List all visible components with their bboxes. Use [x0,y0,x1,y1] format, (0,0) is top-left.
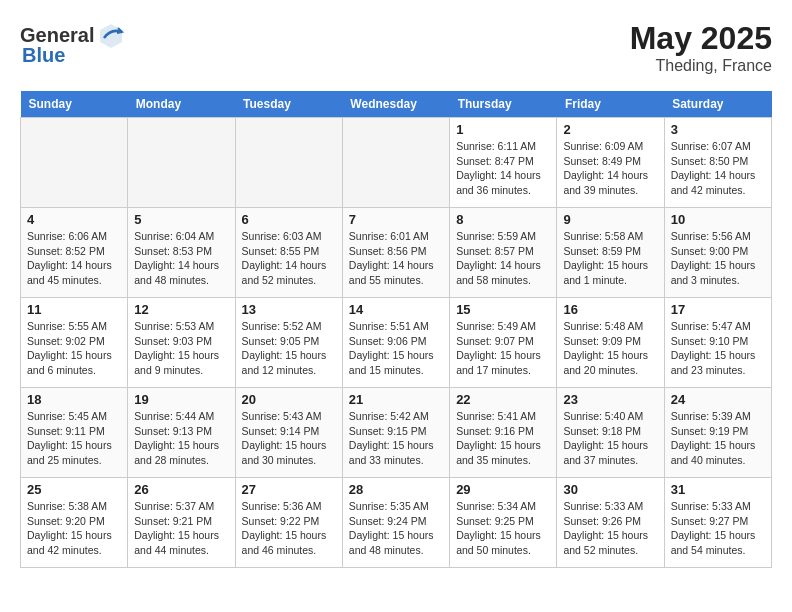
logo-blue: Blue [22,44,65,67]
calendar-cell: 23Sunrise: 5:40 AM Sunset: 9:18 PM Dayli… [557,388,664,478]
day-number: 21 [349,392,443,407]
location-title: Theding, France [630,57,772,75]
day-info: Sunrise: 5:33 AM Sunset: 9:27 PM Dayligh… [671,499,765,558]
day-number: 8 [456,212,550,227]
calendar-cell [21,118,128,208]
column-header-thursday: Thursday [450,91,557,118]
day-number: 18 [27,392,121,407]
calendar-cell [128,118,235,208]
day-number: 4 [27,212,121,227]
calendar-cell: 9Sunrise: 5:58 AM Sunset: 8:59 PM Daylig… [557,208,664,298]
calendar-cell: 16Sunrise: 5:48 AM Sunset: 9:09 PM Dayli… [557,298,664,388]
calendar-week-row: 18Sunrise: 5:45 AM Sunset: 9:11 PM Dayli… [21,388,772,478]
day-info: Sunrise: 5:36 AM Sunset: 9:22 PM Dayligh… [242,499,336,558]
day-info: Sunrise: 5:42 AM Sunset: 9:15 PM Dayligh… [349,409,443,468]
calendar-cell: 10Sunrise: 5:56 AM Sunset: 9:00 PM Dayli… [664,208,771,298]
calendar-week-row: 11Sunrise: 5:55 AM Sunset: 9:02 PM Dayli… [21,298,772,388]
day-info: Sunrise: 5:43 AM Sunset: 9:14 PM Dayligh… [242,409,336,468]
day-number: 17 [671,302,765,317]
day-number: 6 [242,212,336,227]
day-info: Sunrise: 5:40 AM Sunset: 9:18 PM Dayligh… [563,409,657,468]
day-info: Sunrise: 6:01 AM Sunset: 8:56 PM Dayligh… [349,229,443,288]
day-info: Sunrise: 5:52 AM Sunset: 9:05 PM Dayligh… [242,319,336,378]
day-info: Sunrise: 5:55 AM Sunset: 9:02 PM Dayligh… [27,319,121,378]
calendar-cell: 6Sunrise: 6:03 AM Sunset: 8:55 PM Daylig… [235,208,342,298]
calendar-cell: 7Sunrise: 6:01 AM Sunset: 8:56 PM Daylig… [342,208,449,298]
calendar-cell [235,118,342,208]
day-number: 31 [671,482,765,497]
logo-icon [96,20,126,50]
calendar-cell: 29Sunrise: 5:34 AM Sunset: 9:25 PM Dayli… [450,478,557,568]
column-header-wednesday: Wednesday [342,91,449,118]
day-number: 14 [349,302,443,317]
month-year-title: May 2025 [630,20,772,57]
day-number: 28 [349,482,443,497]
calendar-cell: 8Sunrise: 5:59 AM Sunset: 8:57 PM Daylig… [450,208,557,298]
calendar-cell: 21Sunrise: 5:42 AM Sunset: 9:15 PM Dayli… [342,388,449,478]
day-number: 30 [563,482,657,497]
column-header-sunday: Sunday [21,91,128,118]
day-info: Sunrise: 5:45 AM Sunset: 9:11 PM Dayligh… [27,409,121,468]
day-info: Sunrise: 5:34 AM Sunset: 9:25 PM Dayligh… [456,499,550,558]
day-info: Sunrise: 5:59 AM Sunset: 8:57 PM Dayligh… [456,229,550,288]
column-header-monday: Monday [128,91,235,118]
calendar-cell: 1Sunrise: 6:11 AM Sunset: 8:47 PM Daylig… [450,118,557,208]
day-number: 5 [134,212,228,227]
day-number: 7 [349,212,443,227]
page-header: General Blue May 2025 Theding, France [20,20,772,75]
calendar-cell: 13Sunrise: 5:52 AM Sunset: 9:05 PM Dayli… [235,298,342,388]
day-number: 2 [563,122,657,137]
day-info: Sunrise: 6:03 AM Sunset: 8:55 PM Dayligh… [242,229,336,288]
day-number: 27 [242,482,336,497]
column-header-tuesday: Tuesday [235,91,342,118]
day-number: 13 [242,302,336,317]
calendar-cell: 12Sunrise: 5:53 AM Sunset: 9:03 PM Dayli… [128,298,235,388]
day-number: 20 [242,392,336,407]
calendar-cell: 14Sunrise: 5:51 AM Sunset: 9:06 PM Dayli… [342,298,449,388]
calendar-cell: 5Sunrise: 6:04 AM Sunset: 8:53 PM Daylig… [128,208,235,298]
day-number: 16 [563,302,657,317]
day-number: 15 [456,302,550,317]
day-info: Sunrise: 5:41 AM Sunset: 9:16 PM Dayligh… [456,409,550,468]
column-header-saturday: Saturday [664,91,771,118]
calendar-header-row: SundayMondayTuesdayWednesdayThursdayFrid… [21,91,772,118]
day-info: Sunrise: 5:56 AM Sunset: 9:00 PM Dayligh… [671,229,765,288]
day-info: Sunrise: 5:48 AM Sunset: 9:09 PM Dayligh… [563,319,657,378]
day-number: 25 [27,482,121,497]
day-info: Sunrise: 6:07 AM Sunset: 8:50 PM Dayligh… [671,139,765,198]
calendar-cell: 2Sunrise: 6:09 AM Sunset: 8:49 PM Daylig… [557,118,664,208]
day-number: 22 [456,392,550,407]
calendar-cell: 25Sunrise: 5:38 AM Sunset: 9:20 PM Dayli… [21,478,128,568]
day-info: Sunrise: 5:37 AM Sunset: 9:21 PM Dayligh… [134,499,228,558]
calendar-cell: 17Sunrise: 5:47 AM Sunset: 9:10 PM Dayli… [664,298,771,388]
calendar-cell: 15Sunrise: 5:49 AM Sunset: 9:07 PM Dayli… [450,298,557,388]
day-info: Sunrise: 5:51 AM Sunset: 9:06 PM Dayligh… [349,319,443,378]
calendar-table: SundayMondayTuesdayWednesdayThursdayFrid… [20,91,772,568]
calendar-cell: 31Sunrise: 5:33 AM Sunset: 9:27 PM Dayli… [664,478,771,568]
day-info: Sunrise: 5:58 AM Sunset: 8:59 PM Dayligh… [563,229,657,288]
calendar-cell: 18Sunrise: 5:45 AM Sunset: 9:11 PM Dayli… [21,388,128,478]
day-info: Sunrise: 6:04 AM Sunset: 8:53 PM Dayligh… [134,229,228,288]
day-number: 19 [134,392,228,407]
day-number: 12 [134,302,228,317]
day-info: Sunrise: 6:11 AM Sunset: 8:47 PM Dayligh… [456,139,550,198]
calendar-cell: 27Sunrise: 5:36 AM Sunset: 9:22 PM Dayli… [235,478,342,568]
day-info: Sunrise: 5:47 AM Sunset: 9:10 PM Dayligh… [671,319,765,378]
calendar-cell: 11Sunrise: 5:55 AM Sunset: 9:02 PM Dayli… [21,298,128,388]
calendar-cell: 28Sunrise: 5:35 AM Sunset: 9:24 PM Dayli… [342,478,449,568]
calendar-cell: 4Sunrise: 6:06 AM Sunset: 8:52 PM Daylig… [21,208,128,298]
calendar-cell: 22Sunrise: 5:41 AM Sunset: 9:16 PM Dayli… [450,388,557,478]
calendar-week-row: 1Sunrise: 6:11 AM Sunset: 8:47 PM Daylig… [21,118,772,208]
calendar-cell: 20Sunrise: 5:43 AM Sunset: 9:14 PM Dayli… [235,388,342,478]
calendar-week-row: 4Sunrise: 6:06 AM Sunset: 8:52 PM Daylig… [21,208,772,298]
day-number: 11 [27,302,121,317]
calendar-cell [342,118,449,208]
column-header-friday: Friday [557,91,664,118]
day-number: 23 [563,392,657,407]
day-number: 3 [671,122,765,137]
calendar-cell: 19Sunrise: 5:44 AM Sunset: 9:13 PM Dayli… [128,388,235,478]
calendar-cell: 30Sunrise: 5:33 AM Sunset: 9:26 PM Dayli… [557,478,664,568]
calendar-week-row: 25Sunrise: 5:38 AM Sunset: 9:20 PM Dayli… [21,478,772,568]
day-number: 1 [456,122,550,137]
logo: General Blue [20,20,126,67]
